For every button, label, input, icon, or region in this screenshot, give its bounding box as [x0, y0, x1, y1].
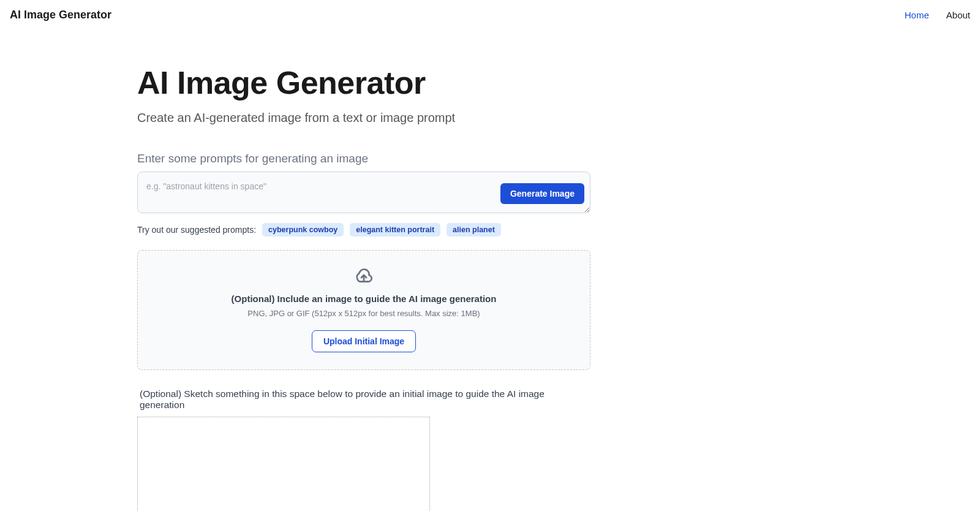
prompt-input-wrap: Generate Image [137, 172, 590, 216]
cloud-upload-icon [150, 265, 578, 285]
suggested-prompts-row: Try out our suggested prompts: cyberpunk… [137, 223, 590, 237]
upload-dropzone[interactable]: (Optional) Include an image to guide the… [137, 250, 590, 370]
page-title: AI Image Generator [137, 64, 590, 101]
page-subtitle: Create an AI-generated image from a text… [137, 111, 590, 125]
upload-hint: PNG, JPG or GIF (512px x 512px for best … [150, 309, 578, 318]
suggested-prompts-label: Try out our suggested prompts: [137, 225, 256, 235]
suggested-chip-elegant-kitten-portrait[interactable]: elegant kitten portrait [350, 223, 440, 237]
upload-initial-image-button[interactable]: Upload Initial Image [312, 330, 416, 352]
suggested-chip-alien-planet[interactable]: alien planet [447, 223, 501, 237]
brand-title: AI Image Generator [10, 9, 111, 21]
sketch-canvas[interactable] [137, 417, 430, 511]
prompt-label: Enter some prompts for generating an ima… [137, 152, 590, 165]
upload-title: (Optional) Include an image to guide the… [150, 293, 578, 304]
suggested-chip-cyberpunk-cowboy[interactable]: cyberpunk cowboy [262, 223, 344, 237]
main-container: AI Image Generator Create an AI-generate… [125, 64, 603, 511]
generate-image-button[interactable]: Generate Image [500, 183, 584, 204]
nav-home-link[interactable]: Home [905, 10, 929, 20]
nav-about-link[interactable]: About [946, 10, 970, 20]
sketch-label: (Optional) Sketch something in this spac… [140, 388, 590, 411]
header: AI Image Generator Home About [0, 0, 980, 30]
top-nav: Home About [905, 10, 970, 20]
